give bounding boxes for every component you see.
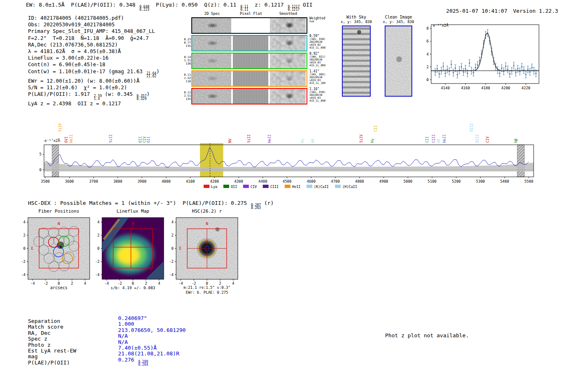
svg-rect (343, 76, 370, 78)
data-point (507, 69, 508, 70)
x-tick-label: 4 (232, 281, 234, 285)
cutout-cell-pixelflat (233, 89, 268, 104)
meta-line: 415_LL_090 (309, 46, 335, 49)
text-run: F=2.2" T=0.218 N̄=1.18 Ā=0.90 ḡ=24.7 (28, 35, 149, 41)
fiber-stat: 1.52 (182, 77, 191, 80)
text-run: 1.000 (118, 321, 134, 327)
cutout-cell-pixelflat (233, 53, 268, 68)
x-tick-label: 3700 (89, 179, 98, 183)
cutout-row (191, 53, 307, 69)
hsc-caption-1: m:21.1 re:1.5" s:0.3" (170, 285, 244, 290)
y-tick-label: 6 (427, 39, 429, 43)
fiber-panel-xlabel: arcsecs (28, 285, 90, 290)
x-tick-label: 0 (132, 281, 134, 285)
info-line: EWr = 12.00(±1.20) (w: 8.00(±0.60))Å (28, 78, 160, 84)
fiber-stat: 0.14 (182, 56, 191, 59)
text-run: ) (156, 68, 160, 74)
fiber-stat: 0.11 (182, 91, 191, 94)
timestamp: 2025-01-07 10:41:07 (446, 8, 507, 14)
svg-rect (343, 44, 370, 46)
fiber-stat: 0.77 (182, 41, 191, 44)
legend-label: (H)CaII (342, 185, 357, 189)
match-value: N/A (118, 333, 128, 339)
data-point (437, 68, 438, 70)
x-tick-label: -2 (192, 281, 196, 285)
emission-line-label: Hδ (311, 139, 315, 143)
y-tick-label: 0 (427, 78, 429, 82)
y-tick-label: 0 (98, 246, 100, 251)
data-point (455, 67, 456, 69)
svg-circle (357, 30, 361, 34)
emission-line-label: NV (228, 139, 232, 143)
fiber-stat: 135 (182, 97, 191, 101)
clean-image-title: Clean Image (383, 15, 414, 19)
match-row: Spec zN/A (28, 334, 186, 340)
data-point (521, 66, 523, 67)
legend-label: CIV (251, 185, 257, 189)
data-point (451, 64, 452, 65)
x-tick-label: 4 (84, 281, 86, 285)
compass-north: N (58, 221, 60, 226)
cutout-row (191, 17, 307, 34)
meta-line: 415_LL_089 (309, 64, 335, 67)
emission-line-label: OIII (475, 135, 479, 143)
x-tick-label: 4700 (331, 179, 340, 183)
neighbor-smudge (216, 227, 220, 232)
info-line: Obs: 20220530v019_4021784005 (28, 21, 160, 28)
cutout-cell-pixelflat (233, 71, 268, 86)
info-line: P(LAE)/P(OII): 1.917 2.591.4 (w: 0.345 0… (28, 91, 160, 100)
fiber-left-stats: 0.112.51135 (182, 91, 191, 101)
hi-lo-uncertainty: 0.6480.223 (139, 5, 149, 11)
masked-band (517, 145, 525, 177)
text-run: Obs: 20220530v019_4021784005 (28, 21, 115, 28)
with-sky-image (342, 26, 371, 97)
emission-line-label: CIV (485, 137, 490, 143)
x-tick-label: 0 (58, 281, 60, 285)
x-tick-label: 3600 (65, 179, 74, 183)
emission-line-label: SiII (247, 135, 251, 143)
legend-label: CIII (270, 185, 279, 189)
match-value: 21.08(21.08,21.08)R (118, 350, 179, 357)
fiber-stat: 1.31 (182, 59, 191, 62)
svg-rect (343, 70, 370, 72)
y-tick-label: 0 (23, 246, 26, 251)
data-point (505, 65, 506, 67)
match-row: Photo zN/A (28, 341, 186, 346)
error-band (44, 162, 534, 172)
x-tick-label: 2 (71, 281, 73, 285)
data-point (457, 74, 458, 75)
x-tick-label: 4300 (234, 179, 243, 183)
lineflux-panel-title: Lineflux Map (102, 209, 164, 214)
y-tick-label: 2 (23, 233, 26, 237)
emission-line-label: OII (146, 137, 151, 143)
svg-ellipse (117, 246, 139, 264)
lo-value: 0.11 (240, 8, 248, 11)
info-line: ID: 4021784005 (4021784005.pdf) (28, 15, 160, 21)
hsc-image-panel: NE-4-4-2-2002244 (164, 214, 242, 288)
text-run: LyA z = 2.4398 OII z = 0.1217 (28, 100, 121, 107)
fiber-left-stats: 0.111.52116 (182, 73, 191, 83)
with-sky-title: With Sky (342, 15, 371, 19)
detection-info-block: ID: 4021784005 (4021784005.pdf)Obs: 2022… (28, 15, 160, 107)
x-tick-label: 0 (206, 281, 208, 285)
x-tick-label: 4180 (481, 86, 490, 90)
svg-rect (343, 81, 370, 83)
x-tick-label: 2 (145, 281, 147, 285)
text-run: 0.240697" (118, 315, 147, 321)
x-tick-label: 5300 (476, 179, 485, 183)
data-point (535, 73, 537, 74)
svg-rect (343, 65, 370, 67)
svg-rect (343, 86, 370, 88)
y-tick-label: -2 (95, 260, 100, 264)
x-tick-label: 5200 (452, 179, 461, 183)
data-point (453, 72, 454, 73)
legend-swatch (223, 185, 229, 188)
data-point (517, 68, 518, 70)
y-tick-label: -4 (95, 273, 100, 277)
info-line: RA,Dec (213.076736,50.681252) (28, 42, 160, 48)
text-run: P(LAE)/P(OII): 1.917 (28, 91, 93, 97)
clean-image-xy: x, y: 345, 830 (381, 20, 416, 24)
hsc-heading-run: (r) (261, 200, 274, 206)
emission-line-label: SiIV (359, 135, 363, 143)
meta-line: Sum (309, 20, 335, 23)
